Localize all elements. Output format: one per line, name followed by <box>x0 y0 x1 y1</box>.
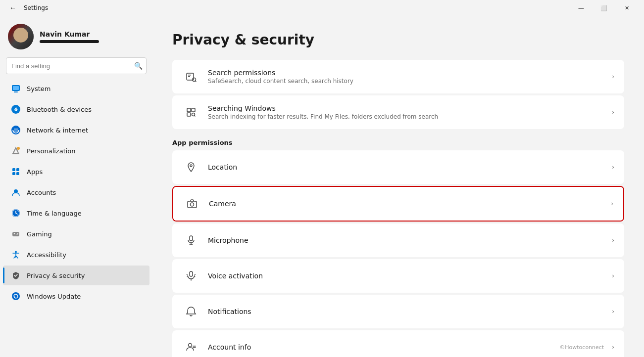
location-chevron: › <box>612 164 614 171</box>
svg-rect-2 <box>13 86 19 90</box>
search-permissions-card: Search permissions SafeSearch, cloud con… <box>172 60 624 93</box>
svg-rect-24 <box>188 76 190 77</box>
svg-rect-8 <box>12 168 15 171</box>
voice-activation-text: Voice activation <box>208 272 612 280</box>
notifications-icon <box>182 303 200 320</box>
camera-card: Camera › <box>172 186 624 222</box>
sidebar-item-gaming[interactable]: Gaming <box>3 224 149 244</box>
window-controls: — ⬜ ✕ <box>570 0 638 16</box>
gaming-icon <box>11 229 21 239</box>
camera-text: Camera <box>209 200 611 208</box>
svg-point-18 <box>17 233 18 234</box>
sidebar-item-accounts[interactable]: Accounts <box>3 182 149 202</box>
bluetooth-icon: ⍾ <box>11 104 21 114</box>
sidebar-item-apps[interactable]: Apps <box>3 162 149 181</box>
sidebar-item-system[interactable]: System <box>3 79 149 98</box>
watermark: ©Howtoconnect <box>559 344 604 351</box>
microphone-text: Microphone <box>208 236 612 244</box>
sidebar-label-privacy: Privacy & security <box>27 272 85 279</box>
svg-rect-11 <box>16 172 19 175</box>
app-permissions-header: App permissions <box>172 139 624 146</box>
time-icon <box>11 208 21 218</box>
user-section[interactable]: Navin Kumar <box>0 16 152 55</box>
sidebar-label-accounts: Accounts <box>27 189 56 196</box>
sidebar-label-apps: Apps <box>27 168 43 176</box>
camera-item[interactable]: Camera › <box>173 187 623 221</box>
searching-windows-item[interactable]: Searching Windows Search indexing for fa… <box>172 95 624 129</box>
svg-rect-36 <box>190 271 193 276</box>
search-permissions-text: Search permissions SafeSearch, cloud con… <box>208 69 612 85</box>
svg-rect-26 <box>187 108 191 112</box>
voice-activation-item[interactable]: Voice activation › <box>172 259 624 293</box>
search-input[interactable] <box>6 57 147 74</box>
maximize-button[interactable]: ⬜ <box>593 0 615 16</box>
notifications-chevron: › <box>612 308 614 315</box>
svg-rect-15 <box>12 232 19 236</box>
sidebar-item-bluetooth[interactable]: ⍾ Bluetooth & devices <box>3 99 149 119</box>
microphone-icon <box>182 231 200 249</box>
user-name: Navin Kumar <box>40 30 99 38</box>
minimize-button[interactable]: — <box>570 0 593 16</box>
location-icon <box>182 158 200 176</box>
searching-windows-card: Searching Windows Search indexing for fa… <box>172 95 624 129</box>
svg-point-38 <box>189 344 192 347</box>
account-info-item[interactable]: Account info ©Howtoconnect › <box>172 330 624 357</box>
svg-point-21 <box>12 292 20 300</box>
searching-windows-title: Searching Windows <box>208 104 612 112</box>
notifications-item[interactable]: Notifications › <box>172 295 624 328</box>
sidebar-label-network: Network & internet <box>27 127 88 134</box>
svg-rect-6 <box>12 153 19 154</box>
voice-activation-card: Voice activation › <box>172 259 624 293</box>
svg-rect-27 <box>192 108 195 112</box>
search-permissions-item[interactable]: Search permissions SafeSearch, cloud con… <box>172 60 624 93</box>
microphone-item[interactable]: Microphone › <box>172 223 624 257</box>
voice-activation-title: Voice activation <box>208 272 612 280</box>
svg-rect-28 <box>187 113 191 116</box>
sidebar-item-privacy[interactable]: Privacy & security <box>3 266 149 285</box>
sidebar-item-network[interactable]: Network & internet <box>3 120 149 140</box>
searching-windows-desc: Search indexing for faster results, Find… <box>208 113 612 120</box>
sidebar-label-update: Windows Update <box>27 293 81 300</box>
sidebar-item-update[interactable]: Windows Update <box>3 286 149 306</box>
svg-point-7 <box>17 147 20 150</box>
camera-icon <box>183 195 201 213</box>
sidebar-item-accessibility[interactable]: Accessibility <box>3 245 149 265</box>
searching-windows-icon <box>182 103 200 121</box>
close-button[interactable]: ✕ <box>615 0 638 16</box>
account-info-icon <box>182 338 200 356</box>
voice-activation-chevron: › <box>612 272 614 279</box>
svg-rect-23 <box>188 75 191 76</box>
page-title: Privacy & security <box>172 32 624 48</box>
network-icon <box>11 125 21 135</box>
account-info-title: Account info <box>208 343 559 351</box>
sidebar-label-personalization: Personalization <box>27 147 76 155</box>
location-item[interactable]: Location › <box>172 150 624 184</box>
svg-point-30 <box>190 165 192 167</box>
sidebar-label-gaming: Gaming <box>27 230 52 238</box>
accessibility-icon <box>11 250 21 260</box>
sidebar-label-system: System <box>27 85 50 92</box>
sidebar-item-personalization[interactable]: Personalization <box>3 141 149 161</box>
search-permissions-title: Search permissions <box>208 69 612 77</box>
camera-chevron: › <box>611 200 613 207</box>
account-info-chevron: › <box>612 344 614 351</box>
camera-title: Camera <box>209 200 611 208</box>
location-text: Location <box>208 163 612 171</box>
back-button[interactable]: ← <box>6 1 20 15</box>
svg-rect-31 <box>188 201 197 208</box>
svg-point-32 <box>191 203 194 206</box>
location-title: Location <box>208 163 612 171</box>
search-permissions-chevron: › <box>612 73 614 80</box>
account-info-text: Account info <box>208 343 559 351</box>
search-box[interactable]: 🔍 <box>6 57 147 74</box>
sidebar-item-time[interactable]: Time & language <box>3 203 149 223</box>
account-info-card: Account info ©Howtoconnect › <box>172 330 624 357</box>
searching-windows-chevron: › <box>612 109 614 116</box>
title-bar: ← Settings — ⬜ ✕ <box>0 0 644 16</box>
notifications-title: Notifications <box>208 308 612 315</box>
user-info: Navin Kumar <box>40 30 99 43</box>
system-icon <box>11 84 21 93</box>
app-title: Settings <box>24 4 48 11</box>
svg-point-19 <box>17 234 18 235</box>
microphone-chevron: › <box>612 237 614 244</box>
